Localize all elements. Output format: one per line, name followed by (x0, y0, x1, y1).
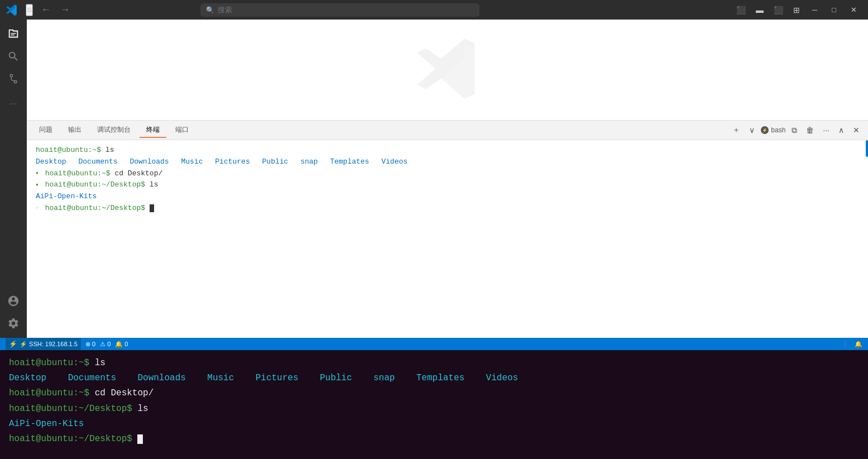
activity-item-explorer[interactable] (3, 24, 23, 44)
more-icon: ··· (9, 99, 18, 108)
bt-dir-desktop: Desktop (9, 373, 46, 383)
status-bar: ⚡ ⚡ SSH: 192.168.1.5 ⊗ 0 ⚠ 0 🔔 0 👤 🔔 (0, 338, 868, 350)
titlebar-left: ≡ (6, 4, 33, 16)
bt-line-2: Desktop Documents Downloads Music Pictur… (9, 371, 859, 386)
bt-dir-templates: Templates (416, 373, 464, 383)
layout-sidebar-right-button[interactable]: ⬛ (770, 4, 787, 16)
bt-dir-public: Public (320, 373, 352, 383)
status-bar-left: ⚡ ⚡ SSH: 192.168.1.5 ⊗ 0 ⚠ 0 🔔 0 (6, 338, 128, 350)
activity-item-more[interactable]: ··· (3, 93, 23, 113)
terminal-tabs-right: ＋ ∨ ⚡ bash ⧉ 🗑 ··· ∧ ✕ (730, 124, 862, 136)
terminal-cursor (150, 204, 154, 212)
bt-line-4: hoait@ubuntu:~/Desktop$ ls (9, 401, 859, 417)
bt-cursor (137, 434, 143, 444)
terminal-output[interactable]: hoait@ubuntu:~$ ls Desktop Documents Dow… (27, 140, 868, 338)
remote-explorer-icon[interactable]: 👤 (841, 341, 849, 348)
close-terminal-button[interactable]: ✕ (850, 125, 862, 136)
editor-content (27, 20, 868, 120)
split-terminal-button[interactable]: ⧉ (789, 125, 800, 136)
titlebar-nav: ← → (37, 3, 73, 17)
activity-item-source-control[interactable] (3, 69, 23, 89)
tab-terminal[interactable]: 终端 (140, 123, 166, 138)
search-bar[interactable]: 🔍 (200, 3, 479, 17)
titlebar: ≡ ← → 🔍 ⬛ ▬ ⬛ ⊞ ─ □ ✕ (0, 0, 868, 20)
editor-area: 问题 输出 调试控制台 终端 端口 ＋ ∨ ⚡ (27, 20, 868, 338)
vscode-logo-icon (6, 4, 18, 16)
window-maximize-button[interactable]: □ (826, 4, 842, 15)
layout-panel-button[interactable]: ▬ (752, 4, 767, 16)
svg-rect-1 (11, 35, 14, 35)
bt-line-6: hoait@ubuntu:~/Desktop$ (9, 432, 859, 447)
ssh-label: ⚡ SSH: 192.168.1.5 (20, 341, 78, 348)
bt-prompt-6: hoait@ubuntu:~/Desktop$ (9, 434, 132, 444)
bt-aipi: AiPi-Open-Kits (9, 419, 84, 429)
activity-item-search[interactable] (3, 46, 23, 66)
terminal-line-1: hoait@ubuntu:~$ ls (36, 145, 859, 156)
terminal-panel: 问题 输出 调试控制台 终端 端口 ＋ ∨ ⚡ (27, 120, 868, 338)
status-bar-right: 👤 🔔 (841, 341, 862, 348)
activity-item-settings[interactable] (3, 313, 23, 333)
dir-documents: Documents (78, 157, 117, 166)
cmd-6 (145, 204, 150, 212)
bt-cmd-4: ls (132, 404, 148, 414)
activity-item-account[interactable] (3, 291, 23, 311)
svg-rect-0 (11, 33, 16, 34)
new-terminal-button[interactable]: ＋ (730, 124, 743, 136)
tab-problems[interactable]: 问题 (32, 123, 59, 138)
nav-forward-button[interactable]: → (56, 3, 73, 17)
search-icon: 🔍 (206, 6, 214, 14)
layout-customize-button[interactable]: ⊞ (790, 4, 803, 16)
dir-videos: Videos (381, 157, 407, 166)
terminal-dropdown-button[interactable]: ∨ (746, 125, 757, 136)
scrollbar[interactable] (866, 140, 868, 157)
prompt-dot-green-2: ● (36, 182, 39, 187)
more-actions-button[interactable]: ··· (820, 125, 832, 136)
dir-templates: Templates (330, 157, 369, 166)
status-ssh[interactable]: ⚡ ⚡ SSH: 192.168.1.5 (6, 338, 81, 350)
search-input[interactable] (218, 6, 474, 14)
terminal-line-2: Desktop Documents Downloads Music Pictur… (36, 156, 859, 168)
dir-downloads: Downloads (130, 157, 169, 166)
notifications-icon[interactable]: 🔔 (855, 341, 862, 348)
terminal-line-5: AiPi-Open-Kits (36, 191, 859, 203)
vscode-watermark (414, 35, 481, 104)
dir-snap: snap (300, 157, 318, 166)
bash-circle-icon: ⚡ (761, 126, 769, 134)
broadcast-count[interactable]: 🔔 0 (115, 341, 128, 348)
titlebar-right: ⬛ ▬ ⬛ ⊞ ─ □ ✕ (733, 4, 862, 16)
settings-icon (7, 317, 20, 329)
prompt-dot-gray: ○ (36, 205, 39, 210)
prompt-6: hoait@ubuntu:~/Desktop$ (45, 204, 145, 212)
delete-terminal-button[interactable]: 🗑 (803, 125, 817, 136)
ssh-icon: ⚡ (9, 340, 17, 348)
tab-debug-console[interactable]: 调试控制台 (90, 123, 137, 138)
window-minimize-button[interactable]: ─ (807, 4, 823, 15)
dir-pictures: Pictures (215, 157, 250, 166)
bt-dir-pictures: Pictures (256, 373, 299, 383)
bt-cmd-6 (132, 434, 138, 444)
tab-ports[interactable]: 端口 (169, 123, 195, 138)
tab-output[interactable]: 输出 (61, 123, 88, 138)
collapse-terminal-button[interactable]: ∧ (836, 125, 847, 136)
warnings-count[interactable]: ⚠ 0 (100, 341, 111, 348)
prompt-dot-green-1: ● (36, 170, 39, 175)
hamburger-menu-button[interactable]: ≡ (26, 4, 33, 16)
bt-dir-downloads: Downloads (137, 373, 185, 383)
activity-bar: ··· (0, 20, 27, 338)
bottom-terminal: hoait@ubuntu:~$ ls Desktop Documents Dow… (0, 350, 868, 459)
window-close-button[interactable]: ✕ (845, 4, 862, 15)
files-icon (7, 28, 20, 40)
bt-line-5: AiPi-Open-Kits (9, 417, 859, 432)
terminal-line-6: ○ hoait@ubuntu:~/Desktop$ (36, 203, 859, 214)
layout-sidebar-left-button[interactable]: ⬛ (733, 4, 749, 16)
bt-cmd-3: cd Desktop/ (89, 388, 154, 398)
terminal-tabs-bar: 问题 输出 调试控制台 终端 端口 ＋ ∨ ⚡ (27, 121, 868, 140)
activity-bar-bottom (3, 291, 23, 333)
prompt-3: hoait@ubuntu:~$ (45, 169, 111, 178)
nav-back-button[interactable]: ← (37, 3, 54, 17)
dir-public: Public (262, 157, 289, 166)
dir-desktop: Desktop (36, 157, 66, 166)
errors-count[interactable]: ⊗ 0 (85, 341, 95, 348)
account-icon (7, 295, 20, 307)
aipi-dir: AiPi-Open-Kits (36, 192, 97, 200)
